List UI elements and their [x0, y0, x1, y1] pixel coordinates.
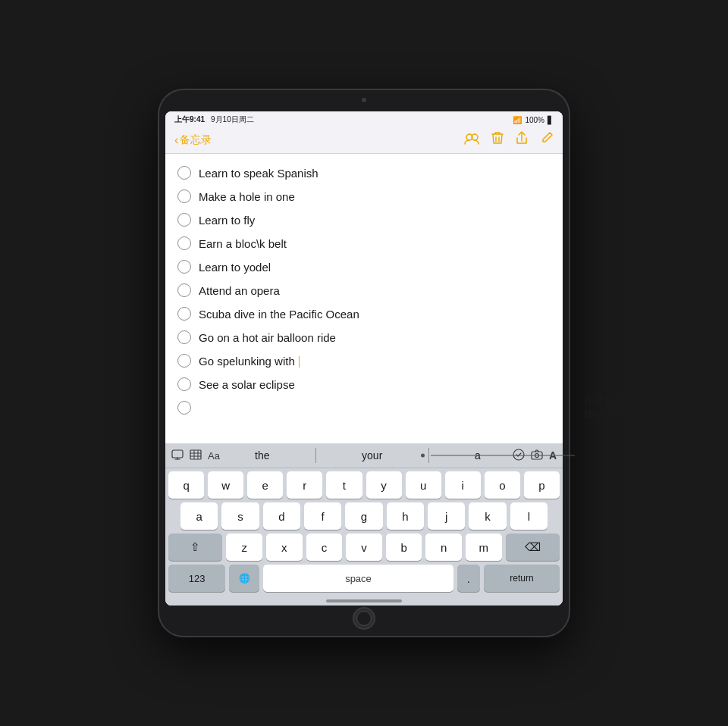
status-time: 上午9:41	[174, 114, 205, 125]
screen: 上午9:41 9月10日周二 📶 100% ▋ ‹ 备忘录	[165, 111, 563, 606]
key-w[interactable]: w	[208, 471, 243, 499]
key-row-4: 123 🌐 space . return	[168, 565, 560, 592]
return-key[interactable]: return	[484, 565, 560, 592]
pred-word-the[interactable]: the	[249, 448, 275, 463]
battery-icon: ▋	[548, 116, 554, 124]
annotation-dot	[421, 454, 425, 458]
check-circle[interactable]	[177, 377, 191, 391]
key-e[interactable]: e	[247, 471, 283, 499]
key-b[interactable]: b	[386, 534, 422, 561]
nav-bar: ‹ 备忘录	[165, 128, 563, 154]
pred-divider	[428, 448, 429, 463]
key-u[interactable]: u	[406, 471, 441, 499]
numbers-key[interactable]: 123	[168, 565, 225, 592]
key-s[interactable]: s	[221, 502, 259, 530]
annotation-line	[431, 455, 575, 456]
list-item: Learn to yodel	[177, 255, 551, 279]
check-circle[interactable]	[177, 236, 191, 250]
back-arrow-icon: ‹	[174, 133, 178, 147]
key-r[interactable]: r	[287, 471, 322, 499]
wifi-icon: 📶	[513, 116, 522, 124]
side-annotation: 在键盘上四处拖移可 移动插入点。	[584, 392, 720, 421]
share-icon[interactable]	[516, 131, 528, 149]
check-circle[interactable]	[177, 354, 191, 368]
pred-icons-left: Aa	[171, 449, 220, 462]
key-f[interactable]: f	[304, 502, 341, 530]
item-text: Learn to yodel	[199, 259, 551, 275]
keyboard-dismiss-icon[interactable]	[171, 449, 184, 462]
key-d[interactable]: d	[263, 502, 300, 530]
check-circle[interactable]	[177, 307, 191, 321]
collab-icon[interactable]	[464, 133, 479, 148]
key-c[interactable]: c	[306, 534, 343, 561]
battery-text: 100%	[525, 116, 544, 124]
item-text: Learn to fly	[199, 212, 551, 228]
key-row-1: q w e r t y u i o p	[168, 471, 560, 499]
note-content[interactable]: Learn to speak Spanish Make a hole in on…	[165, 154, 563, 443]
table-icon[interactable]	[190, 449, 202, 462]
svg-rect-2	[172, 450, 183, 458]
check-circle[interactable]	[177, 283, 191, 297]
item-text: Scuba dive in the Pacific Ocean	[199, 306, 551, 322]
check-circle[interactable]	[177, 189, 191, 203]
key-l[interactable]: l	[510, 502, 548, 530]
key-m[interactable]: m	[466, 534, 502, 561]
item-text: Attend an opera	[199, 283, 551, 299]
list-item: See a solar eclipse	[177, 373, 551, 396]
check-circle[interactable]	[177, 213, 191, 227]
check-circle[interactable]	[177, 260, 191, 274]
key-h[interactable]: h	[387, 502, 424, 530]
status-date: 9月10日周二	[211, 114, 254, 125]
pred-word-your[interactable]: your	[356, 448, 388, 463]
font-size-icon[interactable]: Aa	[208, 450, 220, 462]
key-x[interactable]: x	[266, 534, 303, 561]
text-cursor	[299, 356, 300, 368]
key-g[interactable]: g	[345, 502, 382, 530]
back-button[interactable]: ‹ 备忘录	[174, 133, 212, 147]
nav-actions	[464, 131, 554, 149]
pred-divider	[315, 448, 316, 463]
home-button-inner	[356, 611, 372, 626]
item-text: Earn a bloc\k belt	[199, 236, 551, 252]
list-item-empty	[177, 396, 551, 418]
key-z[interactable]: z	[226, 534, 262, 561]
list-item: Scuba dive in the Pacific Ocean	[177, 302, 551, 326]
status-right: 📶 100% ▋	[513, 116, 554, 124]
list-item: Learn to speak Spanish	[177, 161, 551, 185]
period-key[interactable]: .	[457, 565, 480, 592]
backspace-key[interactable]: ⌫	[506, 534, 560, 561]
key-p[interactable]: p	[524, 471, 560, 499]
item-text: Learn to speak Spanish	[199, 165, 551, 181]
check-circle[interactable]	[177, 401, 191, 415]
key-row-3: ⇧ z x c v b n m ⌫	[168, 534, 560, 561]
bottom-bar	[165, 597, 563, 606]
keyboard-rows: q w e r t y u i o p a s	[165, 468, 563, 597]
key-n[interactable]: n	[425, 534, 462, 561]
check-circle[interactable]	[177, 330, 191, 344]
list-item: Earn a bloc\k belt	[177, 232, 551, 255]
compose-icon[interactable]	[540, 131, 554, 149]
key-y[interactable]: y	[366, 471, 402, 499]
trash-icon[interactable]	[491, 131, 504, 149]
home-button[interactable]	[353, 607, 375, 630]
key-a[interactable]: a	[180, 502, 218, 530]
check-circle[interactable]	[177, 166, 191, 180]
key-k[interactable]: k	[469, 502, 506, 530]
item-text: See a solar eclipse	[199, 377, 551, 393]
home-bar	[326, 599, 402, 602]
key-v[interactable]: v	[346, 534, 382, 561]
item-text: Go on a hot air balloon ride	[199, 330, 551, 346]
key-t[interactable]: t	[326, 471, 362, 499]
key-q[interactable]: q	[168, 471, 204, 499]
key-o[interactable]: o	[485, 471, 520, 499]
keyboard-area: Aa the your a	[165, 443, 563, 606]
shift-key[interactable]: ⇧	[168, 534, 222, 561]
back-label: 备忘录	[180, 133, 212, 147]
status-bar: 上午9:41 9月10日周二 📶 100% ▋	[165, 111, 563, 128]
camera-dot	[362, 98, 366, 102]
emoji-key[interactable]: 🌐	[229, 565, 259, 592]
key-j[interactable]: j	[428, 502, 465, 530]
key-i[interactable]: i	[445, 471, 481, 499]
space-key[interactable]: space	[263, 565, 453, 592]
svg-rect-3	[190, 450, 201, 459]
